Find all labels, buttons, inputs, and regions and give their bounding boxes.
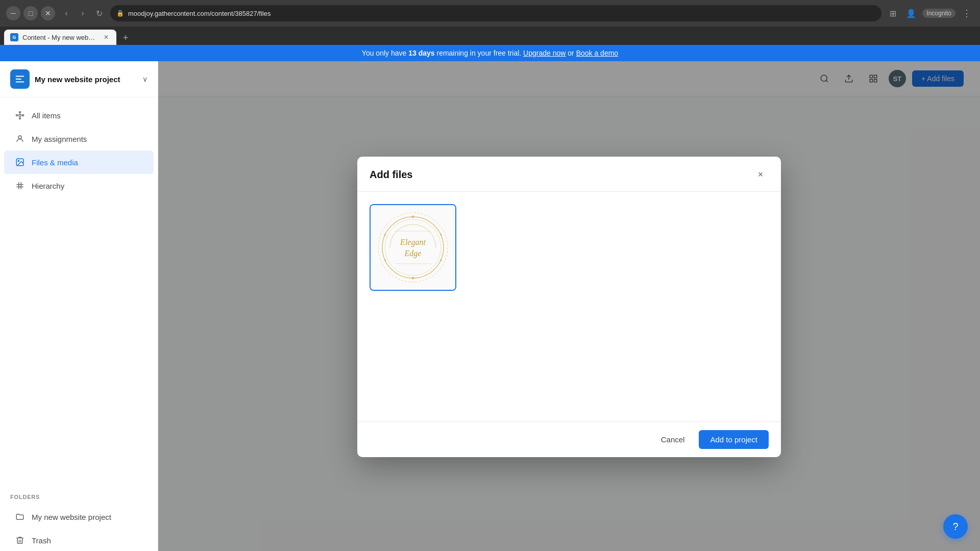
sidebar-item-all-items[interactable]: All items xyxy=(4,104,154,127)
trial-prefix: You only have xyxy=(362,49,408,57)
upgrade-link[interactable]: Upgrade now xyxy=(523,49,566,57)
svg-point-17 xyxy=(412,215,414,218)
nav-controls: ‹ › ↻ xyxy=(59,6,106,20)
demo-link[interactable]: Book a demo xyxy=(576,49,619,57)
menu-button[interactable]: ⋮ xyxy=(960,6,974,20)
modal-title: Add files xyxy=(370,169,412,181)
trash-icon xyxy=(14,535,26,546)
sidebar-item-files-media[interactable]: Files & media xyxy=(4,151,154,174)
active-tab[interactable]: G Content - My new website pro... ✕ xyxy=(4,30,116,45)
help-button[interactable]: ? xyxy=(943,514,968,539)
tab-bar: G Content - My new website pro... ✕ + xyxy=(0,27,980,45)
files-media-icon xyxy=(14,157,26,168)
minimize-button[interactable]: ─ xyxy=(6,6,20,20)
tab-close-button[interactable]: ✕ xyxy=(102,33,110,41)
all-items-icon xyxy=(14,110,26,121)
svg-point-0 xyxy=(19,114,21,117)
window-controls: ─ □ ✕ xyxy=(6,6,55,20)
main-content: ST + Add files Add files × xyxy=(158,61,980,551)
files-media-label: Files & media xyxy=(32,158,78,167)
sidebar-item-trash[interactable]: Trash xyxy=(4,529,154,551)
profile-button[interactable]: 👤 xyxy=(904,6,918,20)
folder-item-my-new-website[interactable]: My new website project xyxy=(4,505,154,529)
svg-point-21 xyxy=(384,259,386,261)
cancel-button[interactable]: Cancel xyxy=(653,431,693,448)
svg-point-20 xyxy=(412,277,414,279)
trial-banner: You only have 13 days remaining in your … xyxy=(0,45,980,61)
folders-section: FOLDERS xyxy=(0,484,158,505)
modal-header: Add files × xyxy=(357,157,781,192)
forward-button[interactable]: › xyxy=(76,6,90,20)
file-preview: Elegant Edge xyxy=(371,205,455,290)
project-name: My new website project xyxy=(35,75,137,84)
modal-close-button[interactable]: × xyxy=(752,167,769,183)
svg-point-14 xyxy=(378,213,448,282)
back-button[interactable]: ‹ xyxy=(59,6,74,20)
svg-point-5 xyxy=(18,136,21,139)
svg-point-3 xyxy=(19,112,21,113)
project-header: My new website project ∨ xyxy=(0,61,158,97)
reload-button[interactable]: ↻ xyxy=(92,6,106,20)
sidebar-item-hierarchy[interactable]: Hierarchy xyxy=(4,174,154,197)
close-window-button[interactable]: ✕ xyxy=(41,6,55,20)
new-tab-button[interactable]: + xyxy=(118,31,133,45)
extensions-button[interactable]: ⊞ xyxy=(886,6,900,20)
browser-actions: ⊞ 👤 Incognito ⋮ xyxy=(886,6,974,20)
hierarchy-icon xyxy=(14,180,26,191)
maximize-button[interactable]: □ xyxy=(23,6,38,20)
add-to-project-button[interactable]: Add to project xyxy=(699,430,769,449)
svg-text:Elegant: Elegant xyxy=(400,238,426,247)
file-card[interactable]: Elegant Edge xyxy=(370,204,456,291)
svg-point-16 xyxy=(385,219,441,276)
modal-footer: Cancel Add to project xyxy=(357,421,781,457)
sidebar: My new website project ∨ All items My as… xyxy=(0,61,158,551)
folder-name: My new website project xyxy=(32,513,111,521)
svg-point-4 xyxy=(19,118,21,119)
folders-label: FOLDERS xyxy=(10,494,40,500)
browser-chrome: ─ □ ✕ ‹ › ↻ 🔒 moodjoy.gathercontent.com/… xyxy=(0,0,980,27)
svg-point-18 xyxy=(440,234,442,236)
add-files-modal: Add files × xyxy=(357,157,781,457)
secure-icon: 🔒 xyxy=(116,10,124,17)
hierarchy-label: Hierarchy xyxy=(32,182,64,190)
svg-point-19 xyxy=(440,259,442,261)
project-chevron-icon[interactable]: ∨ xyxy=(142,75,148,83)
trial-days: 13 days xyxy=(408,49,434,57)
project-logo xyxy=(10,69,30,89)
modal-body: Elegant Edge xyxy=(357,192,781,421)
incognito-badge: Incognito xyxy=(922,9,955,18)
file-grid: Elegant Edge xyxy=(370,204,769,291)
sidebar-item-my-assignments[interactable]: My assignments xyxy=(4,127,154,151)
url-text: moodjoy.gathercontent.com/content/385827… xyxy=(128,10,271,17)
trial-or: or xyxy=(568,49,576,57)
trial-middle: remaining in your free trial. xyxy=(436,49,521,57)
tab-favicon: G xyxy=(10,33,18,41)
svg-point-7 xyxy=(18,160,19,161)
nav-list: All items My assignments Files & media H… xyxy=(0,97,158,484)
app-layout: My new website project ∨ All items My as… xyxy=(0,61,980,551)
svg-point-15 xyxy=(382,217,444,278)
folder-icon xyxy=(14,511,26,522)
address-bar[interactable]: 🔒 moodjoy.gathercontent.com/content/3858… xyxy=(110,5,881,21)
svg-point-22 xyxy=(384,234,386,236)
trash-label: Trash xyxy=(32,536,51,545)
svg-text:Edge: Edge xyxy=(404,249,422,258)
svg-point-2 xyxy=(22,115,24,116)
svg-point-1 xyxy=(16,115,18,116)
tab-title: Content - My new website pro... xyxy=(22,34,98,41)
all-items-label: All items xyxy=(32,111,61,120)
modal-backdrop: Add files × xyxy=(158,61,980,551)
my-assignments-icon xyxy=(14,133,26,144)
elegant-edge-logo: Elegant Edge xyxy=(375,209,451,286)
my-assignments-label: My assignments xyxy=(32,135,87,143)
